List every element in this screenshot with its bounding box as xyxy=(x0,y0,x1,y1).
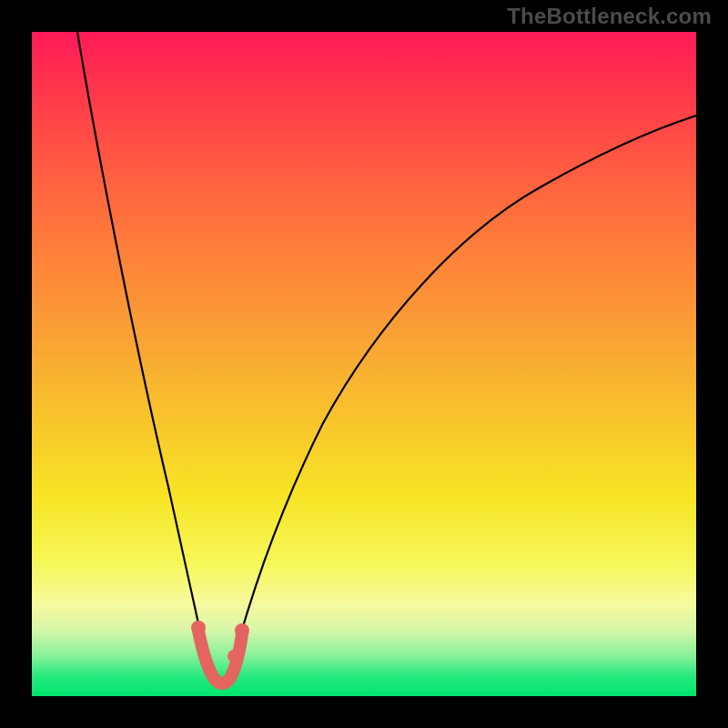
chart-container: TheBottleneck.com xyxy=(0,0,728,728)
chart-svg xyxy=(32,32,696,696)
highlight-dot-mid xyxy=(228,650,240,662)
highlight-dot-right xyxy=(235,623,249,638)
curve-right-branch xyxy=(231,116,696,669)
chart-plot-area xyxy=(32,32,696,696)
curve-left-branch xyxy=(77,32,209,669)
watermark-text: TheBottleneck.com xyxy=(507,4,712,29)
